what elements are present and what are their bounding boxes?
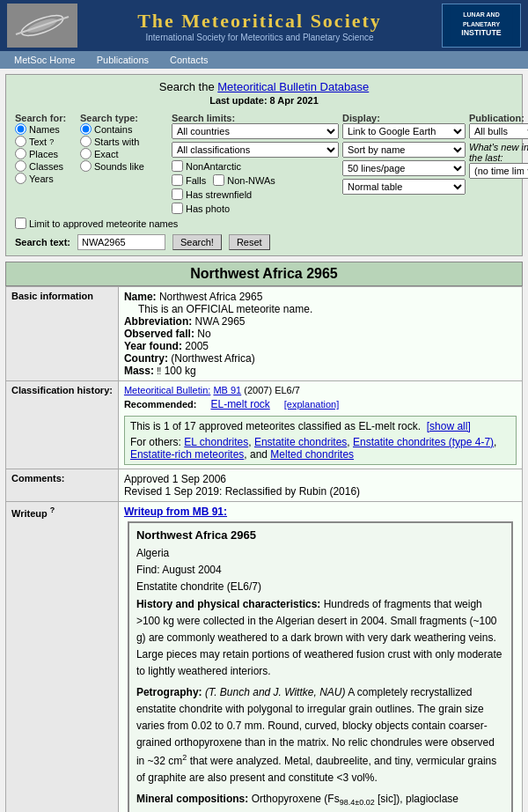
writeup-type: Enstatite chondrite (EL6/7) [136, 579, 504, 595]
photo-checkbox[interactable]: Has photo [172, 203, 339, 214]
radio-contains[interactable]: Contains [80, 123, 168, 135]
lines-select[interactable]: 50 lines/page [342, 160, 466, 176]
el-chondrites-link[interactable]: EL chondrites [184, 436, 248, 448]
bulletin-db-link[interactable]: Meteoritical Bulletin Database [217, 80, 369, 93]
writeup-box: Northwest Africa 2965 Algeria Find: Augu… [128, 521, 513, 812]
writeup-details: Algeria Find: August 2004 Enstatite chon… [136, 545, 504, 812]
bulletin-link[interactable]: Meteoritical Bulletin: [124, 385, 210, 395]
official-note: This is an OFFICIAL meteorite name. [124, 303, 517, 315]
comments-label: Comments: [6, 469, 119, 502]
falls-row: Falls Non-NWAs [172, 174, 339, 186]
society-name: The Meteoritical Society [77, 10, 442, 33]
search-text-label: Search text: [15, 237, 70, 247]
site-header: The Meteoritical Society International S… [0, 0, 528, 51]
writeup-from-link[interactable]: Writeup from MB 91: [124, 506, 227, 518]
radio-text[interactable]: Text ? [15, 136, 77, 147]
classifications-select[interactable]: All classifications [172, 142, 339, 158]
radio-starts-with[interactable]: Starts with [80, 136, 168, 147]
radio-years[interactable]: Years [15, 173, 77, 184]
show-all-link[interactable]: [show all] [427, 420, 471, 432]
class-history-label: Classification history: [6, 381, 119, 469]
search-for-radios: Names Text ? Places Classes Years [15, 123, 77, 184]
name-label: Name: [124, 291, 157, 303]
year-found-value: 2005 [185, 340, 209, 352]
petro-authors: (T. Bunch and J. Wittke, NAU) [205, 686, 346, 698]
nav-metsoc-home[interactable]: MetSoc Home [4, 53, 86, 67]
radio-exact[interactable]: Exact [80, 148, 168, 159]
display-col: Display: Link to Google Earth Sort by na… [342, 111, 466, 195]
basic-info-content: Name: Northwest Africa 2965 This is an O… [118, 287, 522, 381]
observed-fall-value: No [197, 328, 210, 340]
country-value: (Northwest Africa) [171, 352, 254, 365]
petro-text: A completely recrystallized enstatite ch… [136, 686, 496, 785]
radio-places[interactable]: Places [15, 148, 77, 159]
class-history-content: Meteoritical Bulletin: MB 91 (2007) EL6/… [118, 381, 522, 469]
abbr-label: Abbreviation: [124, 315, 192, 328]
recommended-label: Recommended: [124, 399, 197, 410]
society-subtitle: International Society for Meteoritics an… [77, 33, 442, 42]
writeup-content: Writeup from MB 91: Northwest Africa 296… [118, 502, 522, 813]
approved-names-row: Limit to approved meteorite names [15, 218, 513, 229]
melted-chondrites-link[interactable]: Melted chondrites [270, 448, 354, 461]
enstatite-chondrites-link[interactable]: Enstatite chondrites [254, 436, 347, 448]
mass-label: Mass: [124, 365, 154, 377]
limits-group: All countries All classifications NonAnt… [172, 123, 339, 214]
basic-info-label: Basic information [6, 287, 119, 381]
society-name-block: The Meteoritical Society International S… [77, 10, 442, 42]
falls-checkbox[interactable]: Falls [172, 174, 206, 186]
observed-fall-label: Observed fall: [124, 328, 194, 340]
explanation-link[interactable]: [explanation] [284, 399, 339, 410]
reset-button[interactable]: Reset [229, 234, 270, 250]
publication-col: Publication: All bulls What's new in the… [469, 111, 528, 179]
approved-names-checkbox[interactable]: Limit to approved meteorite names [15, 218, 513, 229]
publication-select[interactable]: All bulls [469, 123, 528, 139]
search-text-input[interactable] [77, 234, 165, 250]
limits-col: Search limits: All countries All classif… [172, 111, 339, 214]
search-button[interactable]: Search! [172, 234, 222, 250]
radio-sounds-like[interactable]: Sounds like [80, 160, 168, 172]
country-label: Country: [124, 352, 168, 365]
radio-classes[interactable]: Classes [15, 160, 77, 172]
sort-select[interactable]: Sort by name [342, 142, 466, 158]
count-text: This is 1 of 17 approved meteorites clas… [130, 420, 421, 432]
enstatite-type47-link[interactable]: Enstatite chondrites (type 4-7) [353, 436, 494, 448]
writeup-mineral: Mineral compositions: Orthopyroxene (Fs9… [136, 791, 504, 812]
classification-summary: This is 1 of 17 approved meteorites clas… [124, 416, 517, 465]
google-earth-select[interactable]: Link to Google Earth [342, 123, 466, 139]
svg-text:INSTITUTE: INSTITUTE [461, 28, 502, 37]
mb91-link[interactable]: MB 91 [213, 385, 241, 395]
search-form-grid: Search for: Names Text ? Places Classes … [15, 111, 513, 214]
last-update: Last update: 8 Apr 2021 [15, 95, 513, 106]
society-logo-image [7, 4, 77, 48]
format-select[interactable]: Normal table [342, 179, 466, 195]
abbr-value: NWA 2965 [195, 315, 246, 328]
meteor-title: Northwest Africa 2965 [5, 262, 523, 286]
name-value: Northwest Africa 2965 [159, 291, 262, 303]
comments-approved: Approved 1 Sep 2006 [124, 473, 517, 485]
search-text-row: Search text: Search! Reset [15, 234, 513, 250]
nav-publications[interactable]: Publications [86, 53, 159, 67]
non-nwas-checkbox[interactable]: Non-NWAs [213, 174, 275, 186]
nav-contacts[interactable]: Contacts [159, 53, 218, 67]
mass-value: 100 kg [165, 365, 196, 377]
enstatite-rich-link[interactable]: Enstatite-rich meteorites [130, 448, 244, 461]
nonantarctic-checkbox[interactable]: NonAntarctic [172, 160, 339, 172]
writeup-meteor-title: Northwest Africa 2965 [136, 528, 504, 542]
recommended-value[interactable]: EL-melt rock [210, 398, 269, 410]
search-title: Search the Meteoritical Bulletin Databas… [15, 80, 513, 93]
display-group: Link to Google Earth Sort by name 50 lin… [342, 123, 466, 195]
radio-names[interactable]: Names [15, 123, 77, 135]
comments-revised: Revised 1 Sep 2019: Reclassified by Rubi… [124, 485, 517, 498]
countries-select[interactable]: All countries [172, 123, 339, 139]
search-type-col: Search type: Contains Starts with Exact … [80, 111, 168, 172]
writeup-history: History and physical characteristics: Hu… [136, 596, 504, 681]
recommended-row: Recommended: EL-melt rock [explanation] [124, 398, 517, 410]
class-history-row: Classification history: Meteoritical Bul… [6, 381, 523, 469]
writeup-petro: Petrography: (T. Bunch and J. Wittke, NA… [136, 684, 504, 787]
mineral-label: Mineral compositions: [136, 793, 248, 805]
info-table: Basic information Name: Northwest Africa… [5, 286, 523, 812]
time-limit-select[interactable]: (no time limit) [469, 163, 528, 179]
search-type-radios: Contains Starts with Exact Sounds like [80, 123, 168, 172]
year-found-label: Year found: [124, 340, 182, 352]
strewnfield-checkbox[interactable]: Has strewnfield [172, 188, 339, 200]
